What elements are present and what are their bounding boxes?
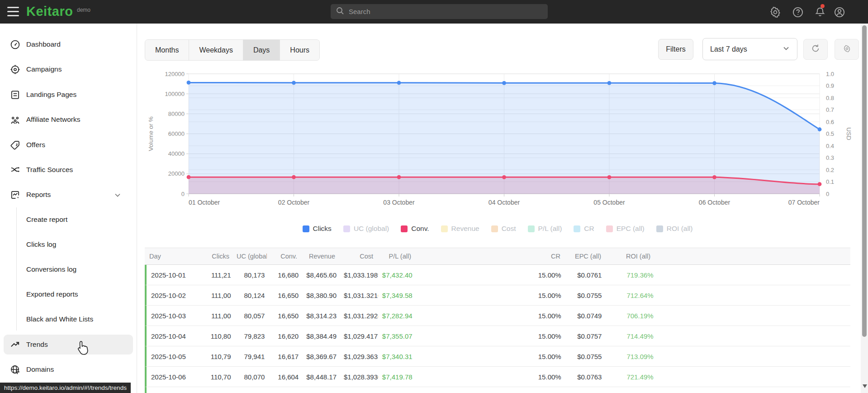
campaigns-icon xyxy=(10,64,20,75)
tab-weekdays[interactable]: Weekdays xyxy=(189,40,243,60)
cell-cr: 15.00% xyxy=(416,332,565,340)
table-row[interactable]: 2025-10-06110,7080,07016,604$8,448.17$1,… xyxy=(145,367,850,387)
point-conv-3[interactable] xyxy=(502,175,506,179)
point-clicks-1[interactable] xyxy=(292,81,296,85)
menu-toggle-icon[interactable] xyxy=(7,7,19,16)
area-conv xyxy=(189,177,820,194)
table-header-row: DayClicksUC (global)Conv.RevenueCostP/L … xyxy=(145,248,850,265)
sidebar-item-landings-pages[interactable]: Landings Pages xyxy=(0,85,137,105)
point-conv-5[interactable] xyxy=(712,175,716,179)
help-icon[interactable] xyxy=(792,6,804,18)
column-header-cr[interactable]: CR xyxy=(415,253,564,260)
table-row[interactable]: 2025-10-05110,7979,94116,617$8,369.67$1,… xyxy=(145,346,850,367)
cell-cr: 15.00% xyxy=(416,271,565,279)
notifications-icon[interactable] xyxy=(814,6,826,18)
x-axis-label: 07 October xyxy=(788,199,820,206)
table-row[interactable]: 2025-10-02111,0080,12416,650$8,380.90$1,… xyxy=(145,285,850,306)
sidebar-item-clicks-log[interactable]: Clicks log xyxy=(0,235,137,254)
cell-revenue: $8,448.17 xyxy=(302,373,340,381)
legend-item-roi-all-[interactable]: ROI (all) xyxy=(656,225,693,233)
column-header-revenue[interactable]: Revenue xyxy=(301,253,339,260)
trends-table: DayClicksUC (global)Conv.RevenueCostP/L … xyxy=(145,248,850,393)
point-conv-6[interactable] xyxy=(818,182,822,186)
table-row[interactable]: 2025-10-04110,8079,82316,620$8,384.49$1,… xyxy=(145,326,850,346)
settings-icon[interactable] xyxy=(769,6,781,18)
column-header-roi-all-[interactable]: ROI (all) xyxy=(605,253,850,260)
chart-legend: ClicksUC (global)Conv.RevenueCostP/L (al… xyxy=(145,222,850,235)
trends-chart[interactable]: 00.10.20.30.40.50.60.70.80.91.0020000400… xyxy=(145,68,850,215)
cell-cost: $1,031.3216 xyxy=(340,292,378,299)
offers-icon xyxy=(10,140,20,150)
x-axis-label: 03 October xyxy=(383,199,415,206)
filters-button[interactable]: Filters xyxy=(658,39,693,60)
cell-cr: 15.00% xyxy=(416,373,565,381)
cell-p-l-all-: $7,349.58 xyxy=(378,292,416,299)
account-icon[interactable] xyxy=(834,6,845,18)
sidebar-item-dashboard[interactable]: Dashboard xyxy=(0,34,137,54)
point-clicks-4[interactable] xyxy=(607,81,612,85)
x-axis-label: 01 October xyxy=(189,199,220,206)
legend-item-p-l-all-[interactable]: P/L (all) xyxy=(528,225,562,233)
sidebar-item-domains[interactable]: Domains xyxy=(0,359,137,379)
right-axis-tick: 0.4 xyxy=(826,143,834,149)
column-header-conv-[interactable]: Conv. xyxy=(267,253,301,260)
legend-item-epc-all-[interactable]: EPC (all) xyxy=(606,225,645,233)
point-conv-2[interactable] xyxy=(397,175,401,179)
column-header-p-l-all-[interactable]: P/L (all) xyxy=(377,253,415,260)
legend-label: Clicks xyxy=(313,225,332,233)
sidebar-item-conversions-log[interactable]: Conversions log xyxy=(0,259,137,279)
date-range-select[interactable]: Last 7 days xyxy=(702,38,797,60)
column-header-cost[interactable]: Cost xyxy=(339,253,377,260)
legend-item-conv-[interactable]: Conv. xyxy=(401,225,429,233)
table-row[interactable]: 2025-10-01111,2180,17316,680$8,465.60$1,… xyxy=(145,265,850,285)
scrollbar-thumb[interactable] xyxy=(862,25,867,337)
scrollbar-down-arrow[interactable] xyxy=(863,384,867,388)
chevron-down-icon[interactable] xyxy=(114,192,121,199)
refresh-button[interactable] xyxy=(803,39,828,60)
cell-uc-global-: 79,941 xyxy=(235,353,269,360)
point-clicks-3[interactable] xyxy=(502,81,506,85)
x-axis-label: 04 October xyxy=(489,199,520,206)
legend-item-cr[interactable]: CR xyxy=(574,225,594,233)
sidebar-item-offers[interactable]: Offers xyxy=(0,135,137,155)
cell-clicks: 111,21 xyxy=(201,271,235,279)
column-header-day[interactable]: Day xyxy=(145,253,199,260)
cell-p-l-all-: $7,282.94 xyxy=(378,312,416,320)
right-axis-tick: 0.7 xyxy=(826,106,834,113)
sidebar-item-campaigns[interactable]: Campaigns xyxy=(0,59,137,79)
point-clicks-0[interactable] xyxy=(187,81,191,85)
point-clicks-5[interactable] xyxy=(712,81,716,85)
point-clicks-6[interactable] xyxy=(818,127,822,131)
table-row[interactable]: 2025-10-03111,0080,05716,650$8,314.23$1,… xyxy=(145,306,850,326)
cell-epc-all-: $0.0755 xyxy=(565,353,606,360)
sidebar-item-label: Trends xyxy=(26,340,48,349)
sidebar-item-black-and-white-lists[interactable]: Black and White Lists xyxy=(0,309,137,329)
chart-settings-button[interactable] xyxy=(835,39,859,60)
sidebar-item-create-report[interactable]: Create report xyxy=(0,210,137,230)
sidebar-item-trends[interactable]: Trends xyxy=(4,335,133,355)
point-conv-4[interactable] xyxy=(607,175,612,179)
legend-item-uc-global-[interactable]: UC (global) xyxy=(343,225,389,233)
legend-item-clicks[interactable]: Clicks xyxy=(303,225,332,233)
point-clicks-2[interactable] xyxy=(397,81,401,85)
tab-months[interactable]: Months xyxy=(145,40,189,60)
table-row[interactable]: 2025-10-0764,4146,3799,661$4,903.12$597.… xyxy=(145,387,850,393)
column-header-clicks[interactable]: Clicks xyxy=(199,253,233,260)
tab-hours[interactable]: Hours xyxy=(280,40,319,60)
legend-swatch xyxy=(441,225,448,232)
sidebar-item-exported-reports[interactable]: Exported reports xyxy=(0,284,137,304)
cell-revenue: $8,369.67 xyxy=(302,353,340,360)
column-header-uc-global-[interactable]: UC (global) xyxy=(233,253,267,260)
sidebar-item-affiliate-networks[interactable]: Affiliate Networks xyxy=(0,110,137,129)
status-url-bar: https://demo.keitaro.io/admin/#!/trends/… xyxy=(0,383,131,393)
tab-days[interactable]: Days xyxy=(243,40,280,60)
sidebar-item-traffic-sources[interactable]: Traffic Sources xyxy=(0,160,137,180)
column-header-epc-all-[interactable]: EPC (all) xyxy=(564,253,605,260)
legend-swatch xyxy=(528,225,535,232)
point-conv-0[interactable] xyxy=(187,175,191,179)
point-conv-1[interactable] xyxy=(292,175,296,179)
legend-item-cost[interactable]: Cost xyxy=(491,225,516,233)
search-input[interactable]: Search xyxy=(331,4,548,19)
traffic-sources-icon xyxy=(10,165,20,175)
legend-item-revenue[interactable]: Revenue xyxy=(441,225,479,233)
